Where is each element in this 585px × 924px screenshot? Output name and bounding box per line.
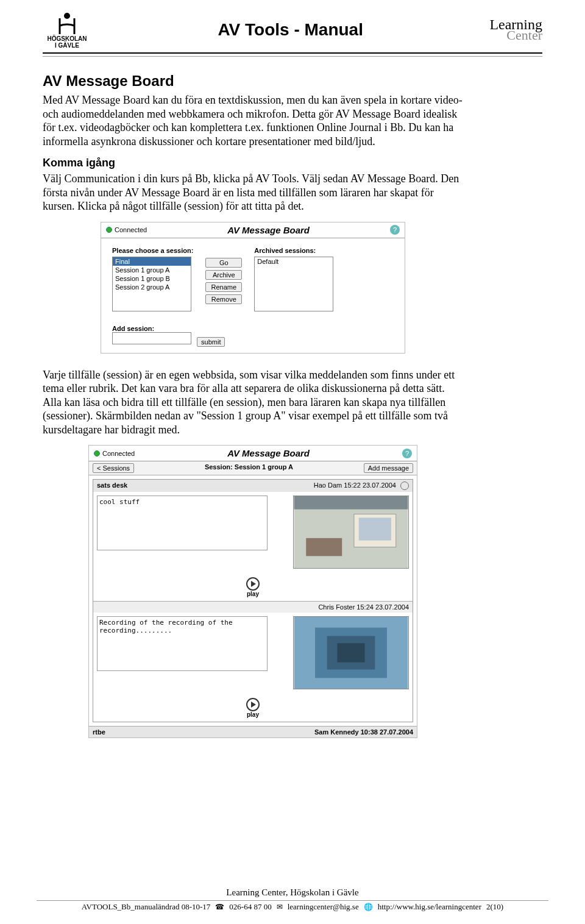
- play-button[interactable]: [246, 698, 260, 711]
- message-meta: Hao Dam 15:22 23.07.2004: [314, 482, 409, 490]
- section-heading-avmb: AV Message Board: [43, 73, 463, 90]
- footer-url: http://www.hig.se/learningcenter: [378, 902, 481, 912]
- connected-status: Connected: [106, 226, 147, 233]
- header-right: Learning Center: [489, 18, 542, 41]
- archived-label: Archived sessions:: [254, 247, 333, 254]
- status-dot-icon: [106, 227, 112, 233]
- footer-org: Learning Center, Högskolan i Gävle: [0, 887, 585, 898]
- page-title: AV Tools - Manual: [91, 20, 489, 40]
- archived-listbox[interactable]: Default: [254, 257, 333, 311]
- archive-button[interactable]: Archive: [205, 270, 242, 280]
- play-icon: [251, 581, 256, 587]
- message-meta: Chris Foster 15:24 23.07.2004: [318, 603, 409, 611]
- add-session-input[interactable]: [112, 332, 191, 344]
- list-item[interactable]: Session 1 group A: [113, 266, 191, 274]
- svg-point-0: [64, 13, 70, 19]
- university-logo-icon: [55, 11, 79, 35]
- session-name-label: Session: Session 1 group A: [205, 463, 293, 473]
- play-button[interactable]: [246, 577, 260, 591]
- message-textarea[interactable]: [97, 616, 268, 671]
- add-message-button[interactable]: Add message: [364, 463, 413, 473]
- mail-icon: ✉: [277, 903, 283, 912]
- play-label: play: [93, 591, 413, 597]
- list-item[interactable]: Default: [255, 257, 333, 266]
- session-listbox[interactable]: Final Session 1 group A Session 1 group …: [112, 257, 191, 311]
- globe-icon: 🌐: [364, 903, 373, 912]
- logo-line2: I GÄVLE: [55, 42, 79, 49]
- help-icon[interactable]: ?: [390, 225, 400, 235]
- svg-rect-9: [337, 643, 364, 662]
- back-sessions-button[interactable]: < Sessions: [93, 463, 134, 473]
- play-label: play: [93, 711, 413, 718]
- bottom-user: rtbe: [93, 728, 105, 736]
- choose-session-label: Please choose a session:: [112, 247, 193, 254]
- video-thumbnail: [293, 496, 409, 569]
- play-icon: [251, 702, 256, 708]
- message-block: sats desk Hao Dam 15:22 23.07.2004: [93, 479, 413, 722]
- page-header: HÖGSKOLAN I GÄVLE AV Tools - Manual Lear…: [43, 11, 542, 54]
- footer-page: 2(10): [486, 902, 503, 912]
- footer-filename: AVTOOLS_Bb_manualändrad 08-10-17: [82, 902, 210, 912]
- panel-title: AV Message Board: [227, 225, 310, 235]
- svg-rect-5: [294, 496, 408, 510]
- view-icon[interactable]: [400, 482, 409, 490]
- svg-rect-4: [306, 538, 342, 556]
- add-session-label: Add session:: [112, 325, 394, 332]
- svg-rect-3: [359, 517, 391, 540]
- logo-line1: HÖGSKOLAN: [48, 35, 87, 42]
- footer-email: learningcenter@hig.se: [288, 902, 359, 912]
- rename-button[interactable]: Rename: [205, 282, 242, 292]
- message-textarea[interactable]: [97, 496, 268, 550]
- list-item[interactable]: Session 2 group A: [113, 283, 191, 291]
- phone-icon: ☎: [215, 903, 224, 912]
- video-thumbnail: [293, 616, 409, 689]
- page-footer: Learning Center, Högskolan i Gävle AVTOO…: [0, 887, 585, 912]
- intro-paragraph: Med AV Message Board kan du föra en text…: [43, 93, 463, 148]
- section-heading-komma: Komma igång: [43, 157, 463, 169]
- go-button[interactable]: Go: [205, 258, 242, 268]
- screenshot-session-chooser: Connected AV Message Board ? Please choo…: [101, 222, 405, 354]
- submit-button[interactable]: submit: [197, 337, 225, 347]
- screenshot-session-view: Connected AV Message Board ? < Sessions …: [88, 445, 417, 738]
- connected-status: Connected: [94, 450, 135, 457]
- message-topic: sats desk: [97, 482, 127, 490]
- logo: HÖGSKOLAN I GÄVLE: [43, 11, 91, 49]
- komma-paragraph: Välj Communication i din kurs på Bb, kli…: [43, 172, 463, 213]
- footer-phone: 026-64 87 00: [229, 902, 271, 912]
- help-icon[interactable]: ?: [402, 449, 412, 458]
- list-item[interactable]: Session 1 group B: [113, 274, 191, 283]
- session-description-paragraph: Varje tillfälle (session) är en egen web…: [43, 368, 463, 437]
- list-item[interactable]: Final: [113, 257, 191, 266]
- bottom-meta: Sam Kennedy 10:38 27.07.2004: [314, 728, 413, 736]
- panel-title: AV Message Board: [227, 448, 310, 458]
- status-dot-icon: [94, 450, 100, 457]
- remove-button[interactable]: Remove: [205, 294, 242, 304]
- header-underline: [43, 56, 542, 57]
